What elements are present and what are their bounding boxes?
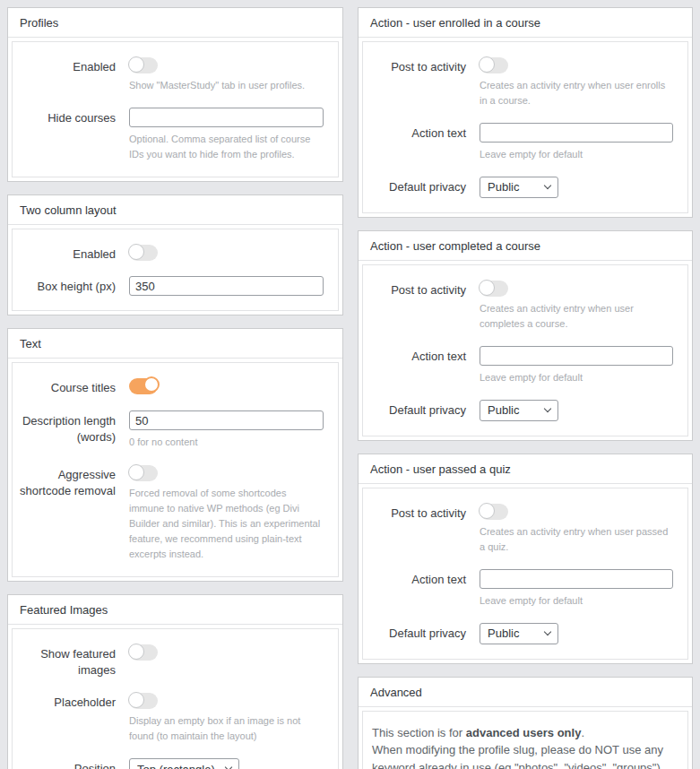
field-label: Box height (px) <box>13 276 129 296</box>
panel-body: Post to activity Creates an activity ent… <box>362 41 688 213</box>
panel-profiles: Profiles Enabled Show "MasterStudy" tab … <box>7 7 343 182</box>
panel-body: Enabled Show "MasterStudy" tab in user p… <box>12 41 339 177</box>
box-height-input[interactable] <box>129 276 324 296</box>
field-label: Post to activity <box>363 56 480 108</box>
advanced-intro-text: This section is for advanced users only.… <box>363 724 687 769</box>
setting-row-show-featured-images: Show featured images <box>13 644 338 678</box>
action-text-input-quiz[interactable] <box>480 569 673 589</box>
setting-row-position: Position Top (rectangle) <box>13 758 338 769</box>
field-label: Action text <box>363 346 480 385</box>
toggle-knob <box>128 692 144 708</box>
field-label: Action text <box>363 569 480 609</box>
advanced-intro-line2: When modifying the profile slug, please … <box>372 741 675 769</box>
settings-page: Profiles Enabled Show "MasterStudy" tab … <box>0 0 700 769</box>
default-privacy-select-completed[interactable]: Public <box>480 400 558 421</box>
panel-action-quiz: Action - user passed a quiz Post to acti… <box>358 454 693 664</box>
panel-title: Text <box>8 329 342 359</box>
setting-row-description-length: Description length (words) 0 for no cont… <box>13 410 338 450</box>
field-helper: Display an empty box if an image is not … <box>129 713 324 744</box>
panel-body: Post to activity Creates an activity ent… <box>362 488 688 660</box>
field-helper: Show "MasterStudy" tab in user profiles. <box>129 78 324 93</box>
setting-row-action-text: Action text Leave empty for default <box>363 346 687 385</box>
field-label: Course titles <box>13 377 129 396</box>
action-text-input-enrolled[interactable] <box>480 123 673 143</box>
setting-row-post-to-activity: Post to activity Creates an activity ent… <box>363 503 687 555</box>
field-helper: Leave empty for default <box>480 593 673 609</box>
field-label: Post to activity <box>363 503 480 555</box>
field-label: Placeholder <box>13 692 129 744</box>
profiles-enabled-toggle[interactable] <box>129 57 158 73</box>
advanced-intro-line1: This section is for advanced users only. <box>372 724 675 742</box>
setting-row-box-height: Box height (px) <box>13 276 338 296</box>
field-label: Enabled <box>13 244 129 263</box>
panel-title: Action - user completed a course <box>359 231 692 261</box>
setting-row-aggressive-shortcode: Aggressive shortcode removal Forced remo… <box>13 464 338 562</box>
field-label: Hide courses <box>13 108 129 162</box>
panel-two-column-layout: Two column layout Enabled Box height (px… <box>7 194 343 316</box>
toggle-knob <box>128 464 144 480</box>
hide-courses-input[interactable] <box>129 108 324 127</box>
panel-body: Post to activity Creates an activity ent… <box>362 264 688 436</box>
setting-row-course-titles: Course titles <box>13 377 338 396</box>
field-label: Aggressive shortcode removal <box>13 464 129 562</box>
field-label: Position <box>13 758 129 769</box>
toggle-knob <box>128 244 144 260</box>
action-text-input-completed[interactable] <box>480 346 673 366</box>
post-to-activity-toggle-completed[interactable] <box>480 281 508 297</box>
panel-title: Profiles <box>8 8 342 38</box>
field-helper: Leave empty for default <box>480 370 673 385</box>
panel-title: Two column layout <box>8 195 342 225</box>
panel-advanced: Advanced This section is for advanced us… <box>358 677 693 769</box>
field-helper: Creates an activity entry when user comp… <box>480 301 673 332</box>
panel-featured-images: Featured Images Show featured images Pla… <box>7 594 343 769</box>
default-privacy-select-quiz[interactable]: Public <box>480 623 558 644</box>
setting-row-profiles-enabled: Enabled Show "MasterStudy" tab in user p… <box>13 56 338 93</box>
toggle-knob <box>479 56 495 73</box>
panel-body: Show featured images Placeholder Display… <box>12 628 339 769</box>
toggle-knob <box>143 376 160 393</box>
panel-title: Advanced <box>359 678 692 707</box>
panel-title: Featured Images <box>8 595 342 625</box>
setting-row-action-text: Action text Leave empty for default <box>363 569 687 609</box>
field-helper: Forced removal of some shortcodes immune… <box>129 486 324 562</box>
panel-body: This section is for advanced users only.… <box>362 711 688 769</box>
toggle-knob <box>128 644 144 660</box>
setting-row-default-privacy: Default privacy Public <box>363 623 687 644</box>
setting-row-two-column-enabled: Enabled <box>13 244 338 263</box>
setting-row-post-to-activity: Post to activity Creates an activity ent… <box>363 280 687 332</box>
default-privacy-select-enrolled[interactable]: Public <box>480 177 558 198</box>
field-helper: Leave empty for default <box>480 147 673 162</box>
field-label: Default privacy <box>363 623 480 644</box>
setting-row-post-to-activity: Post to activity Creates an activity ent… <box>363 56 687 108</box>
description-length-input[interactable] <box>129 410 324 430</box>
panel-body: Enabled Box height (px) <box>12 229 339 312</box>
field-label: Action text <box>363 123 480 162</box>
toggle-knob <box>479 503 495 519</box>
field-label: Description length (words) <box>13 410 129 450</box>
setting-row-hide-courses: Hide courses Optional. Comma separated l… <box>13 108 338 162</box>
post-to-activity-toggle-quiz[interactable] <box>480 504 508 520</box>
two-column-enabled-toggle[interactable] <box>129 245 158 261</box>
aggressive-shortcode-toggle[interactable] <box>129 465 158 481</box>
panel-title: Action - user enrolled in a course <box>359 8 692 38</box>
toggle-knob <box>128 56 144 73</box>
panel-text: Text Course titles Description length (w… <box>7 328 343 582</box>
position-select[interactable]: Top (rectangle) <box>129 758 239 769</box>
setting-row-action-text: Action text Leave empty for default <box>363 123 687 162</box>
field-helper: Creates an activity entry when user enro… <box>480 78 673 108</box>
field-helper: 0 for no content <box>129 435 324 450</box>
field-label: Post to activity <box>363 280 480 332</box>
panel-action-completed: Action - user completed a course Post to… <box>358 230 693 441</box>
left-column: Profiles Enabled Show "MasterStudy" tab … <box>7 7 343 769</box>
right-column: Action - user enrolled in a course Post … <box>358 7 693 769</box>
show-featured-images-toggle[interactable] <box>129 644 158 661</box>
placeholder-toggle[interactable] <box>129 693 158 709</box>
course-titles-toggle[interactable] <box>129 378 158 394</box>
field-label: Enabled <box>13 56 129 93</box>
field-helper: Creates an activity entry when user pass… <box>480 524 673 555</box>
field-label: Show featured images <box>13 644 129 678</box>
setting-row-placeholder: Placeholder Display an empty box if an i… <box>13 692 338 744</box>
panel-action-enrolled: Action - user enrolled in a course Post … <box>358 7 693 218</box>
post-to-activity-toggle-enrolled[interactable] <box>480 57 508 73</box>
toggle-knob <box>479 280 495 296</box>
